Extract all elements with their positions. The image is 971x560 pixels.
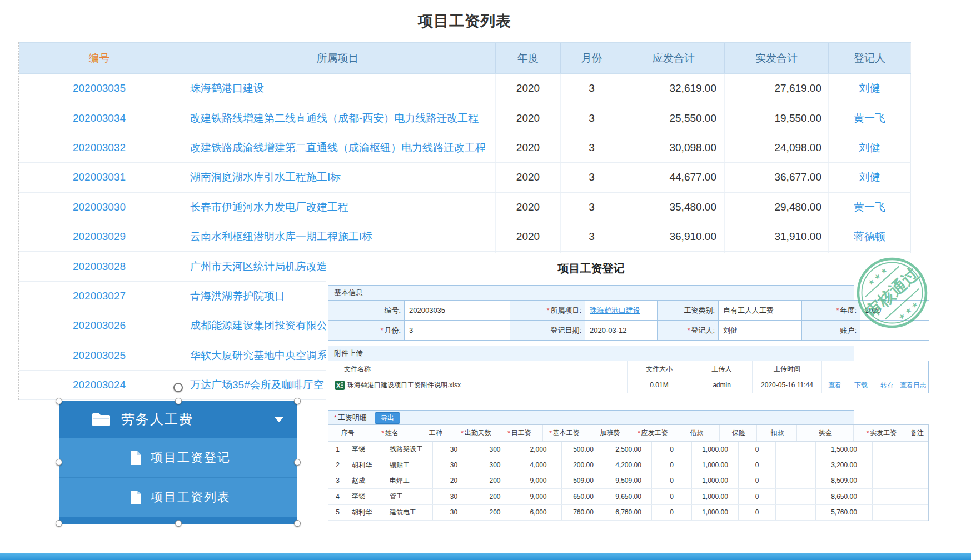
project-name-link[interactable]: 改建铁路成渝线增建第二直通线（成渝枢纽）电力线路迁改工程 (180, 133, 496, 162)
project-name-link[interactable]: 云南水利枢纽潜明水库一期工程施工I标 (180, 222, 496, 251)
rotate-handle[interactable] (173, 383, 183, 392)
field-value-registrar[interactable]: 刘健 (719, 321, 802, 341)
menu-item-label: 项目工资列表 (151, 489, 231, 506)
wage-column-header: 备注 (909, 425, 924, 441)
wage-loan-cell: 0 (652, 489, 692, 504)
record-id-link[interactable]: 202003031 (19, 163, 180, 192)
selection-handle-mid-left[interactable] (56, 459, 62, 466)
attachment-action-link[interactable]: 查看 (822, 377, 848, 393)
export-button[interactable]: 导出 (375, 412, 400, 424)
wage-column-header: 序号 (328, 425, 366, 441)
column-header-project: 所属项目 (180, 43, 496, 73)
wage-table-body: 1 李饶 线路架设工 30 300 2,000 500.00 2,500.00 … (328, 442, 928, 521)
required-star: * (461, 429, 464, 437)
wage-row: 1 李饶 线路架设工 30 300 2,000 500.00 2,500.00 … (328, 442, 928, 457)
required-star: * (381, 429, 384, 437)
wage-column-header: 工种 (414, 425, 456, 441)
record-id-link[interactable]: 202003025 (19, 341, 180, 370)
attach-header-action (848, 361, 874, 377)
required-star: * (547, 307, 550, 314)
wage-due-cell: 9,509.00 (605, 473, 652, 488)
wage-daily-cell: 300 (475, 457, 515, 472)
record-id-link[interactable]: 202003029 (19, 222, 180, 251)
required-star: * (381, 327, 384, 334)
chevron-down-icon (274, 417, 284, 422)
field-value-month[interactable]: 3 (405, 321, 510, 341)
table-header-row: 编号 所属项目 年度 月份 应发合计 实发合计 登记人 (19, 42, 911, 74)
wage-column-header: *实发工资 (854, 425, 909, 441)
wage-base-cell: 9,000 (515, 473, 562, 488)
attachment-upload-time: 2020-05-16 11:44 (753, 377, 822, 393)
wage-paid-cell: 1,500.00 (816, 442, 873, 457)
selection-handle-mid-right[interactable] (294, 459, 301, 466)
record-id-link[interactable]: 202003028 (19, 252, 180, 281)
project-name-link[interactable]: 长春市伊通河水力发电厂改建工程 (180, 193, 496, 222)
wage-no-cell: 1 (328, 442, 347, 457)
attachments-label: 附件上传 (334, 348, 363, 358)
required-star: * (638, 429, 640, 437)
field-label-id: 编号: (328, 301, 405, 321)
month-cell: 3 (561, 222, 623, 251)
wage-base-cell: 9,000 (515, 489, 562, 504)
wage-due-cell: 2,500.00 (605, 442, 652, 457)
field-label-account: 账户: (802, 321, 860, 341)
year-cell: 2020 (496, 222, 561, 251)
month-cell: 3 (561, 163, 623, 192)
month-cell: 3 (561, 74, 623, 103)
wage-name-cell: 李饶 (347, 442, 385, 457)
wage-overtime-cell: 760.00 (562, 505, 605, 520)
selection-handle-bottom-center[interactable] (175, 520, 182, 527)
wage-due-cell: 4,200.00 (605, 457, 652, 472)
file-icon (130, 490, 142, 505)
wage-column-header: *姓名 (366, 425, 414, 441)
menu-item[interactable]: 项目工资列表 (59, 477, 297, 517)
total-due-cell: 25,550.00 (623, 103, 725, 132)
selection-handle-bottom-left[interactable] (56, 520, 62, 527)
field-label-project: *所属项目: (510, 301, 585, 321)
record-id-link[interactable]: 202003034 (19, 103, 180, 132)
menu-item[interactable]: 项目工资登记 (59, 438, 297, 477)
project-name-link[interactable]: 珠海鹤港口建设 (180, 74, 496, 103)
project-name-link[interactable]: 改建铁路线增建第二线直通线（成都-西安）电力线路迁改工程 (180, 103, 496, 132)
selection-handle-top-right[interactable] (294, 398, 301, 404)
record-id-link[interactable]: 202003032 (19, 133, 180, 162)
total-paid-cell: 36,677.00 (725, 163, 829, 192)
sidebar-menu-block[interactable]: 劳务人工费 项目工资登记 项目工资列表 (59, 401, 297, 524)
folder-icon (91, 412, 111, 427)
total-due-cell: 32,619.00 (623, 74, 725, 103)
page-title: 项目工资列表 (18, 11, 911, 31)
attachment-action-link[interactable]: 转存 (874, 377, 900, 393)
attachment-action-link[interactable]: 下载 (848, 377, 874, 393)
selection-handle-top-center[interactable] (175, 398, 182, 404)
wage-name-cell: 胡利华 (347, 505, 385, 520)
wage-note-cell (873, 457, 928, 472)
field-value-id[interactable]: 202003035 (405, 301, 510, 321)
wage-insurance-cell: 1,000.00 (692, 442, 739, 457)
menu-group-labor-cost[interactable]: 劳务人工费 (59, 401, 297, 438)
column-header-total-due: 应发合计 (623, 43, 725, 73)
record-id-link[interactable]: 202003035 (19, 74, 180, 103)
field-value-reg-date[interactable]: 2020-03-12 (585, 321, 658, 341)
required-star: * (334, 414, 337, 422)
wage-column-header: 奖金 (797, 425, 854, 441)
record-id-link[interactable]: 202003030 (19, 193, 180, 222)
wage-daily-cell: 200 (475, 489, 515, 504)
total-due-cell: 30,098.00 (623, 133, 725, 162)
wage-deduct-cell: 0 (739, 442, 776, 457)
wage-row: 3 赵成 电焊工 20 200 9,000 509.00 9,509.00 0 … (328, 473, 928, 489)
selection-handle-bottom-right[interactable] (294, 520, 301, 527)
record-id-link[interactable]: 202003024 (19, 371, 180, 399)
field-value-wage-type[interactable]: 自有工人人工费 (719, 301, 802, 321)
table-row: 202003032 改建铁路成渝线增建第二直通线（成渝枢纽）电力线路迁改工程 2… (19, 133, 911, 163)
total-paid-cell: 27,619.00 (725, 74, 829, 103)
project-name-link[interactable]: 湖南洞庭湖水库引水工程施工I标 (180, 163, 496, 192)
wage-base-cell: 6,000 (515, 505, 562, 520)
wage-name-cell: 赵成 (347, 473, 385, 488)
wage-paid-cell: 3,200.00 (816, 457, 873, 472)
wage-deduct-cell: 0 (739, 505, 776, 520)
attachment-action-link[interactable]: 查看日志 (900, 377, 926, 393)
record-id-link[interactable]: 202003026 (19, 311, 180, 340)
field-value-project-link[interactable]: 珠海鹤港口建设 (585, 301, 658, 321)
record-id-link[interactable]: 202003027 (19, 282, 180, 311)
selection-handle-top-left[interactable] (56, 398, 62, 404)
